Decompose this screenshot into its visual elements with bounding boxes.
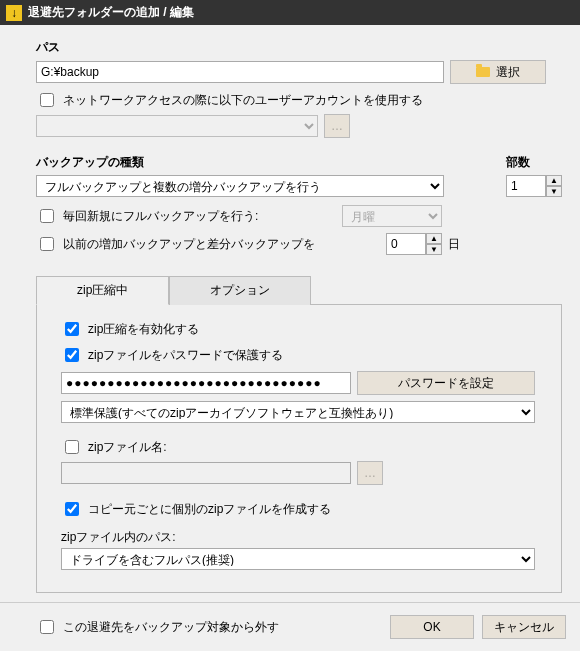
full-each-time-input[interactable]	[40, 209, 54, 223]
set-password-label: パスワードを設定	[398, 375, 494, 392]
inner-path-label: zipファイル内のパス:	[61, 529, 543, 546]
zip-filename-label: zipファイル名:	[88, 439, 167, 456]
keep-days-up[interactable]: ▲	[426, 233, 442, 244]
zip-protect-checkbox[interactable]: zipファイルをパスワードで保護する	[61, 345, 283, 365]
window-title: 退避先フォルダーの追加 / 編集	[28, 4, 194, 21]
full-each-time-label: 毎回新規にフルバックアップを行う:	[63, 208, 258, 225]
path-label: パス	[36, 39, 562, 56]
inner-path-select[interactable]: ドライブを含むフルパス(推奨)	[61, 548, 535, 570]
tab-zip[interactable]: zip圧縮中	[36, 276, 169, 305]
keep-days-down[interactable]: ▼	[426, 244, 442, 255]
folder-icon	[476, 67, 490, 77]
copies-label: 部数	[506, 154, 562, 171]
backup-type-select[interactable]: フルバックアップと複数の増分バックアップを行う	[36, 175, 444, 197]
set-password-button[interactable]: パスワードを設定	[357, 371, 535, 395]
zip-enable-input[interactable]	[65, 322, 79, 336]
zip-per-source-checkbox[interactable]: コピー元ごとに個別のzipファイルを作成する	[61, 499, 331, 519]
keep-prev-checkbox[interactable]: 以前の増加バックアップと差分バックアップを	[36, 234, 336, 254]
exclude-input[interactable]	[40, 620, 54, 634]
keep-prev-input[interactable]	[40, 237, 54, 251]
zip-per-source-label: コピー元ごとに個別のzipファイルを作成する	[88, 501, 331, 518]
tab-options[interactable]: オプション	[169, 276, 311, 305]
backup-type-label: バックアップの種類	[36, 154, 476, 171]
exclude-checkbox[interactable]: この退避先をバックアップ対象から外す	[36, 617, 382, 637]
keep-days-spinner[interactable]: ▲ ▼	[386, 233, 442, 255]
days-suffix: 日	[448, 236, 460, 253]
zip-protect-label: zipファイルをパスワードで保護する	[88, 347, 283, 364]
copies-down[interactable]: ▼	[546, 186, 562, 197]
use-network-account-label: ネットワークアクセスの際に以下のユーザーアカウントを使用する	[63, 92, 423, 109]
path-input[interactable]	[36, 61, 444, 83]
app-icon: ↓	[6, 5, 22, 21]
dialog-footer: この退避先をバックアップ対象から外す OK キャンセル	[0, 602, 580, 651]
network-account-more-button: …	[324, 114, 350, 138]
tab-panel-zip: zip圧縮を有効化する zipファイルをパスワードで保護する パスワードを設定 …	[36, 305, 562, 593]
zip-filename-check-input[interactable]	[65, 440, 79, 454]
zip-password-display	[61, 372, 351, 394]
cancel-button[interactable]: キャンセル	[482, 615, 566, 639]
use-network-account-input[interactable]	[40, 93, 54, 107]
zip-filename-checkbox[interactable]: zipファイル名:	[61, 437, 167, 457]
day-select: 月曜	[342, 205, 442, 227]
use-network-account-checkbox[interactable]: ネットワークアクセスの際に以下のユーザーアカウントを使用する	[36, 90, 423, 110]
copies-up[interactable]: ▲	[546, 175, 562, 186]
zip-enable-checkbox[interactable]: zip圧縮を有効化する	[61, 319, 199, 339]
browse-button[interactable]: 選択	[450, 60, 546, 84]
copies-spinner[interactable]: ▲ ▼	[506, 175, 562, 197]
keep-days-input[interactable]	[386, 233, 426, 255]
zip-protect-input[interactable]	[65, 348, 79, 362]
full-each-time-checkbox[interactable]: 毎回新規にフルバックアップを行う:	[36, 206, 336, 226]
ok-button[interactable]: OK	[390, 615, 474, 639]
exclude-label: この退避先をバックアップ対象から外す	[63, 619, 279, 636]
zip-per-source-input[interactable]	[65, 502, 79, 516]
zip-filename-input	[61, 462, 351, 484]
zip-filename-more-button: …	[357, 461, 383, 485]
protection-mode-select[interactable]: 標準保護(すべてのzipアーカイブソフトウェアと互換性あり)	[61, 401, 535, 423]
window-titlebar: ↓ 退避先フォルダーの追加 / 編集	[0, 0, 580, 25]
network-account-select	[36, 115, 318, 137]
browse-label: 選択	[496, 64, 520, 81]
keep-prev-label: 以前の増加バックアップと差分バックアップを	[63, 236, 315, 253]
copies-input[interactable]	[506, 175, 546, 197]
zip-enable-label: zip圧縮を有効化する	[88, 321, 199, 338]
